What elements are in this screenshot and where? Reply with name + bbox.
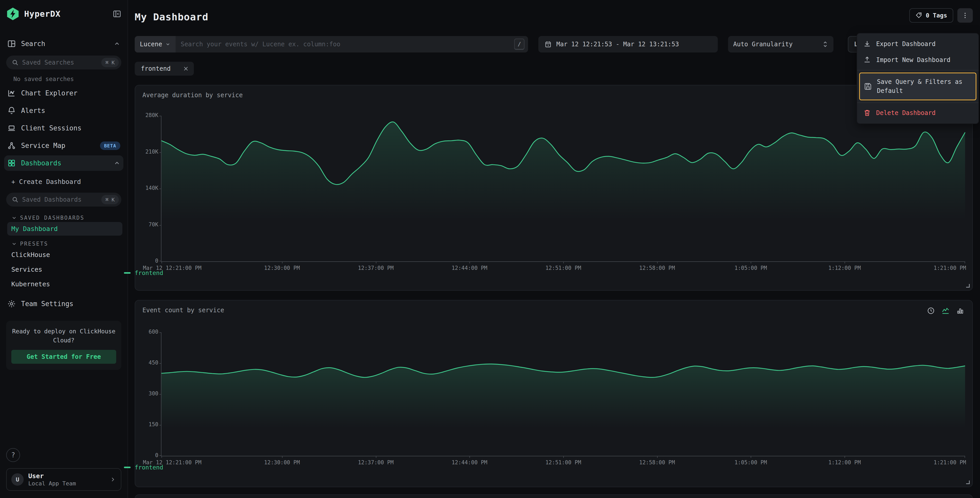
panel-resize-handle[interactable] (966, 480, 970, 484)
panel-title: Average duration by service (142, 92, 965, 99)
menu-item-label: Import New Dashboard (876, 56, 950, 64)
kbd-cmd-k: ⌘ K (101, 195, 119, 204)
dashboard-menu-button[interactable] (958, 8, 973, 22)
x-axis-tick (751, 456, 751, 458)
x-axis-tick-label: 12:44:00 PM (452, 265, 487, 271)
select-chevrons-icon (822, 41, 828, 48)
sidebar-item-label: Team Settings (21, 300, 120, 308)
line-chart-view-icon[interactable] (942, 306, 950, 315)
sidebar: HyperDX Search ⌘ K No saved searches (0, 0, 128, 498)
event-searchbar: Lucene / (135, 36, 528, 53)
sidebar-item-search[interactable]: Search (4, 36, 123, 51)
create-dashboard-button[interactable]: + Create Dashboard (0, 171, 127, 185)
logo-row: HyperDX (0, 0, 127, 24)
menu-item-save-query-default[interactable]: Save Query & Filters as Default (859, 73, 977, 100)
chevron-down-icon (11, 215, 17, 221)
menu-separator (857, 102, 978, 103)
service-map-icon (7, 141, 16, 150)
download-icon (863, 40, 871, 48)
x-axis-tick-label: 1:21:00 PM (934, 265, 966, 271)
y-axis-tick (159, 152, 161, 153)
panel-toolbar (927, 306, 964, 315)
beta-badge: BETA (100, 142, 120, 150)
search-board-icon (7, 39, 16, 48)
granularity-select[interactable]: Auto Granularity (728, 36, 834, 53)
chart-svg (161, 116, 965, 261)
section-saved-dashboards[interactable]: SAVED DASHBOARDS (0, 207, 127, 221)
time-range-icon[interactable] (927, 307, 935, 314)
preset-item-services[interactable]: Services (7, 263, 123, 276)
x-axis-tick-label: 12:37:00 PM (358, 460, 394, 466)
section-presets[interactable]: PRESETS (0, 236, 127, 247)
sidebar-item-team-settings[interactable]: Team Settings (4, 296, 123, 311)
y-axis-tick-label: 0 (137, 452, 158, 458)
calendar-icon (544, 41, 552, 48)
query-language-label: Lucene (140, 41, 162, 48)
x-axis-tick-label: 12:58:00 PM (639, 460, 675, 466)
chevron-up-icon (114, 160, 120, 166)
bar-chart-view-icon[interactable] (956, 307, 964, 314)
filter-chip-frontend[interactable]: frontend (135, 62, 194, 76)
sidebar-item-alerts[interactable]: Alerts (4, 103, 123, 118)
x-axis-tick (751, 261, 751, 263)
x-axis-tick-label: 12:58:00 PM (639, 265, 675, 271)
x-axis-tick-label: 12:51:00 PM (545, 265, 581, 271)
x-axis-tick (282, 456, 283, 458)
x-axis-tick (563, 456, 564, 458)
sidebar-item-label: Alerts (21, 107, 120, 115)
panel-resize-handle[interactable] (966, 284, 970, 287)
tags-button[interactable]: 0 Tags (909, 8, 953, 22)
sidebar-item-chart-explorer[interactable]: Chart Explorer (4, 85, 123, 101)
query-language-select[interactable]: Lucene (135, 36, 176, 53)
x-axis-tick-label: 1:12:00 PM (828, 265, 861, 271)
sidebar-item-label: Service Map (21, 142, 95, 150)
chevron-down-icon (11, 241, 17, 247)
sidebar-item-client-sessions[interactable]: Client Sessions (4, 120, 123, 136)
line-chart-event-count[interactable]: 6004503001500Mar 12 12:21:00 PM12:30:00 … (161, 332, 965, 456)
x-axis-tick-label: 1:05:00 PM (735, 460, 767, 466)
chart-explorer-icon (7, 89, 16, 97)
toolbar: Lucene / Mar 12 12:21:53 - Mar 12 13:21:… (135, 36, 834, 53)
x-axis-tick (845, 456, 845, 458)
bell-icon (7, 106, 16, 115)
menu-item-import-dashboard[interactable]: Import New Dashboard (857, 52, 978, 68)
sidebar-item-label: Dashboards (21, 159, 108, 167)
preset-item-clickhouse[interactable]: ClickHouse (7, 248, 123, 262)
cloud-card-text: Ready to deploy on ClickHouse Cloud? (11, 327, 116, 345)
sidebar-collapse-icon[interactable] (113, 10, 121, 18)
sidebar-item-dashboards[interactable]: Dashboards (4, 155, 123, 171)
hyperdx-app: HyperDX Search ⌘ K No saved searches (0, 0, 980, 498)
y-axis-tick-label: 140K (137, 185, 158, 191)
x-axis-tick-label: 1:21:00 PM (934, 460, 966, 466)
menu-item-label: Delete Dashboard (876, 109, 935, 117)
event-search-input[interactable] (176, 36, 514, 53)
saved-dashboards-input[interactable] (22, 196, 98, 203)
x-axis-tick-label: Mar 12 12:21:00 PM (143, 265, 202, 271)
saved-searches-search[interactable]: ⌘ K (6, 56, 121, 69)
help-button[interactable]: ? (6, 448, 20, 462)
x-axis-tick (469, 261, 470, 263)
sidebar-item-service-map[interactable]: Service Map BETA (4, 138, 123, 153)
preset-item-kubernetes[interactable]: Kubernetes (7, 277, 123, 291)
date-range-picker[interactable]: Mar 12 12:21:53 - Mar 12 13:21:53 (538, 36, 718, 53)
menu-item-export-dashboard[interactable]: Export Dashboard (857, 36, 978, 52)
get-started-button[interactable]: Get Started for Free (11, 350, 116, 364)
y-axis-tick-label: 210K (137, 149, 158, 155)
x-axis-tick (376, 456, 376, 458)
user-card[interactable]: U User Local App Team (6, 468, 121, 491)
x-axis-tick (161, 261, 162, 263)
no-saved-searches-note: No saved searches (0, 69, 127, 83)
line-chart-average-duration[interactable]: 280K210K140K70K0Mar 12 12:21:00 PM12:30:… (161, 116, 965, 262)
date-range-label: Mar 12 12:21:53 - Mar 12 13:21:53 (556, 41, 679, 48)
menu-item-delete-dashboard[interactable]: Delete Dashboard (857, 105, 978, 121)
saved-searches-input[interactable] (22, 59, 98, 66)
clickhouse-cloud-card: Ready to deploy on ClickHouse Cloud? Get… (6, 321, 121, 370)
hyperdx-logo-icon (6, 7, 19, 21)
y-axis-tick-label: 450 (137, 360, 158, 366)
y-axis-tick-label: 300 (137, 391, 158, 397)
close-icon[interactable] (183, 66, 189, 72)
saved-dashboard-item[interactable]: My Dashboard (7, 222, 123, 236)
search-icon (12, 196, 19, 203)
legend-swatch (124, 467, 130, 468)
saved-dashboards-search[interactable]: ⌘ K (6, 193, 121, 207)
